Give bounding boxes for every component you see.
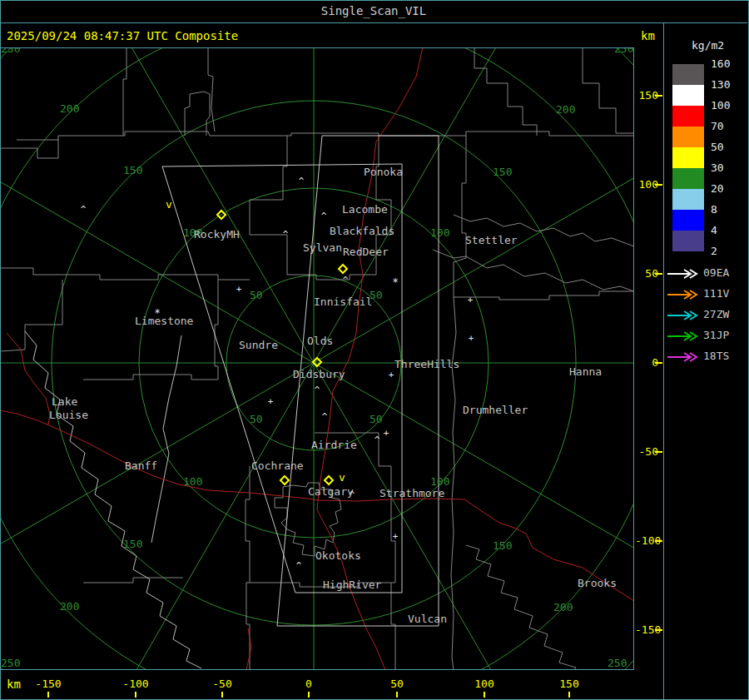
county-boundary: [0, 280, 62, 351]
radar-site-id: 111V: [703, 287, 729, 300]
radar-site-diamond-icon: [325, 476, 333, 484]
radar-site-arrow-icon: [667, 288, 700, 304]
city-label: Louise: [49, 409, 88, 421]
31jp-arrow-icon: [667, 330, 700, 342]
range-ring-label: 50: [250, 289, 263, 301]
radar-site-arrow-icon: [667, 350, 700, 366]
right-axis-unit-label: km: [641, 29, 655, 42]
right-axis-tick-mark: [655, 629, 662, 631]
city-label: Banff: [125, 459, 157, 472]
highway: [246, 628, 251, 670]
city-label: Ponoka: [364, 166, 403, 178]
27zw-arrow-icon: [667, 310, 700, 321]
county-boundary: [185, 92, 210, 136]
county-boundary: [0, 140, 58, 158]
bottom-axis-tick-label: -150: [35, 678, 61, 690]
colorscale-swatch: [672, 85, 704, 106]
town-caret-marker: ^: [321, 211, 327, 221]
city-label: Okotoks: [315, 549, 361, 562]
city-label: Vulcan: [408, 613, 447, 625]
city-label: Airdrie: [311, 439, 357, 451]
range-ring-label: 250: [1, 657, 20, 669]
colorscale-swatch: [672, 127, 704, 147]
city-label: Olds: [307, 335, 333, 347]
town-caret-marker: ^: [81, 204, 87, 215]
county-boundary: [246, 466, 250, 670]
town-plus-marker: +: [393, 531, 399, 542]
city-label: RedDeer: [343, 246, 389, 258]
bottom-axis-tick-label: -50: [212, 678, 231, 690]
county-boundary: [583, 47, 634, 133]
bottom-axis-tick-mark: [308, 692, 310, 698]
radar-site-arrow-icon: [667, 309, 700, 325]
range-ring-label: 250: [614, 47, 633, 55]
range-ring-label: 200: [60, 600, 79, 613]
city-label: ThreeHills: [394, 358, 459, 370]
radar-map: 5050505010010010010015015015015020020020…: [0, 47, 634, 670]
town-caret-marker: ^: [343, 275, 349, 285]
colorscale-swatch: [672, 210, 704, 231]
city-label: Sylvan: [303, 241, 342, 254]
county-boundary: [208, 47, 215, 132]
range-ring-label: 100: [430, 475, 449, 488]
city-label: Blackfalds: [330, 225, 394, 237]
county-boundary: [83, 578, 183, 583]
city-label: HighRiver: [323, 578, 382, 591]
colorscale-value: 2: [711, 245, 717, 257]
range-ring-label: 100: [430, 226, 449, 239]
town-asterisk-marker: *: [392, 276, 398, 288]
111v-arrow-icon: [667, 289, 700, 300]
right-axis-tick-mark: [655, 540, 662, 542]
range-ring-label: 250: [608, 657, 627, 669]
right-axis-tick-mark: [655, 95, 662, 97]
city-label: Cochrane: [251, 459, 304, 472]
range-ring-label: 150: [123, 538, 142, 550]
city-label: Brooks: [578, 577, 617, 589]
range-ring-label: 200: [556, 103, 575, 116]
bottom-axis-tick-label: 150: [559, 678, 578, 690]
storm-vector-marker: v: [339, 471, 345, 484]
radar-site-diamond-icon: [280, 476, 289, 484]
range-ring-label: 250: [1, 47, 20, 55]
town-asterisk-marker: *: [154, 307, 160, 319]
colorscale-value: 4: [711, 224, 717, 236]
window-title: Single_Scan_VIL: [321, 4, 426, 17]
scan-timestamp: 2025/09/24 08:47:37 UTC Composite: [7, 29, 238, 42]
colorscale-swatch: [672, 189, 704, 210]
county-boundary: [391, 499, 395, 670]
bottom-axis-tick-label: 100: [474, 678, 494, 690]
county-boundary: [433, 250, 634, 291]
range-ring-label: 50: [250, 413, 263, 425]
city-label: Hanna: [569, 365, 602, 378]
city-label: Strathmore: [379, 487, 444, 499]
town-caret-marker: ^: [350, 489, 355, 500]
range-ring-label: 200: [60, 102, 79, 115]
radar-site-id: 31JP: [703, 329, 729, 341]
county-boundary: [454, 136, 466, 297]
town-caret-marker: ^: [283, 229, 289, 240]
town-caret-marker: ^: [374, 434, 380, 445]
city-label: Limestone: [135, 315, 194, 327]
colorscale-value: 30: [711, 161, 724, 174]
right-axis-tick-mark: [655, 184, 662, 186]
city-label: Lake: [52, 395, 77, 408]
county-boundary: [474, 47, 537, 136]
radar-site-arrow-icon: [667, 330, 700, 345]
bottom-axis-tick-mark: [47, 692, 49, 698]
colorscale-unit-label: kg/m2: [692, 39, 724, 52]
highway: [0, 410, 319, 500]
bottom-axis-tick-label: 0: [305, 678, 312, 690]
colorscale-swatch: [672, 147, 704, 168]
bottom-axis-tick-label: -100: [122, 678, 148, 690]
town-caret-marker: ^: [315, 385, 320, 395]
county-boundary: [0, 268, 250, 280]
county-boundary: [215, 280, 218, 380]
range-ring-label: 200: [553, 601, 573, 613]
city-label: Calgary: [308, 485, 354, 498]
radar-site-id: 27ZW: [703, 308, 729, 320]
right-axis-tick-mark: [655, 273, 662, 275]
town-plus-marker: +: [469, 333, 474, 344]
right-axis-tick-mark: [655, 362, 662, 364]
colorscale-value: 70: [711, 120, 724, 132]
bottom-axis-tick-mark: [568, 692, 570, 698]
